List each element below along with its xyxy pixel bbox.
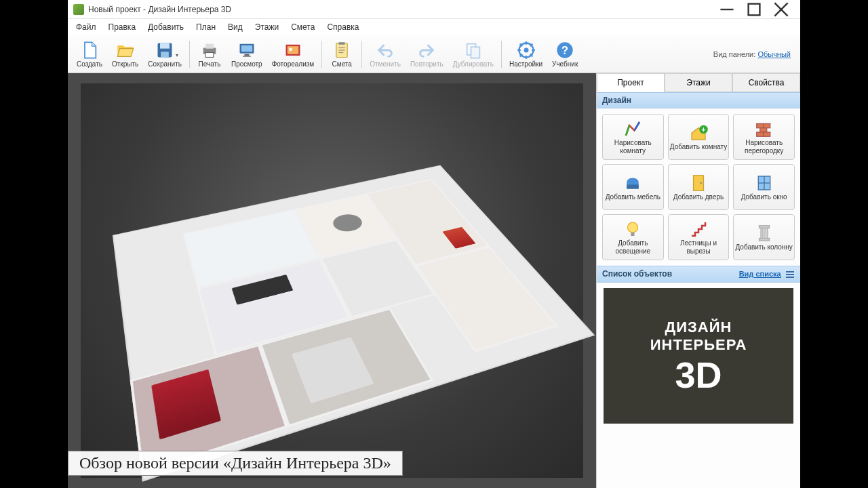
menu-help[interactable]: Справка: [321, 21, 364, 33]
preview-button[interactable]: Просмотр: [226, 39, 267, 70]
svg-point-16: [289, 47, 292, 51]
light-icon: [623, 219, 643, 239]
undo-label: Отменить: [370, 60, 401, 68]
draw-room-button[interactable]: Нарисовать комнату: [602, 114, 664, 160]
design-label: Добавить колонну: [735, 243, 792, 251]
svg-rect-42: [763, 132, 770, 136]
close-button[interactable]: [768, 1, 795, 18]
app-icon: [73, 4, 84, 15]
svg-rect-52: [759, 226, 769, 228]
svg-rect-15: [288, 46, 298, 54]
draw-wall-button[interactable]: Нарисовать перегородку: [733, 114, 795, 160]
svg-rect-5: [160, 43, 170, 48]
menu-estimate[interactable]: Смета: [285, 21, 320, 33]
add-room-button[interactable]: + Добавить комнату: [668, 114, 730, 160]
svg-rect-40: [760, 128, 766, 132]
stairs-button[interactable]: Лестницы и вырезы: [668, 214, 730, 260]
viewport-3d[interactable]: [68, 73, 597, 488]
object-list-title: Список объектов: [602, 269, 672, 279]
svg-point-49: [628, 222, 638, 232]
tutorial-button[interactable]: ? Учебник: [547, 39, 583, 70]
design-label: Добавить мебель: [606, 193, 660, 201]
menu-edit[interactable]: Правка: [103, 21, 142, 33]
duplicate-icon: [464, 41, 483, 60]
svg-rect-57: [786, 271, 794, 272]
add-light-button[interactable]: Добавить освещение: [602, 214, 664, 260]
maximize-button[interactable]: [741, 1, 768, 18]
wall-icon: [754, 119, 774, 139]
design-label: Добавить дверь: [673, 193, 724, 201]
panel-mode-label: Вид панели:: [713, 50, 755, 58]
draw-room-icon: [623, 119, 643, 139]
add-furniture-button[interactable]: Добавить мебель: [602, 164, 664, 210]
redo-button[interactable]: Повторить: [406, 39, 448, 70]
design-label: Добавить окно: [741, 193, 787, 201]
svg-rect-11: [241, 45, 252, 52]
tutorial-label: Учебник: [552, 60, 578, 68]
save-button[interactable]: ▾ Сохранить: [143, 39, 186, 70]
column-icon: [754, 223, 774, 243]
panel-mode-link[interactable]: Обычный: [757, 50, 791, 58]
add-column-button[interactable]: Добавить колонну: [733, 214, 795, 260]
svg-rect-12: [244, 54, 249, 55]
stairs-icon: [688, 219, 709, 239]
undo-icon: [376, 41, 395, 60]
duplicate-button[interactable]: Дублировать: [448, 39, 498, 70]
preview-label: Просмотр: [231, 60, 262, 68]
menu-view[interactable]: Вид: [222, 21, 248, 33]
tab-floors[interactable]: Этажи: [665, 73, 732, 92]
menu-file[interactable]: Файл: [71, 21, 102, 33]
svg-point-45: [700, 182, 702, 184]
print-button[interactable]: Печать: [193, 39, 226, 70]
separator: [361, 41, 362, 68]
add-door-button[interactable]: Добавить дверь: [668, 164, 730, 210]
minimize-button[interactable]: [713, 1, 741, 18]
open-label: Открыть: [112, 60, 138, 68]
side-panel: Проект Этажи Свойства Дизайн Нарисовать …: [597, 73, 800, 488]
save-label: Сохранить: [148, 60, 182, 68]
redo-label: Повторить: [410, 60, 443, 68]
new-file-icon: [80, 41, 99, 60]
svg-rect-59: [786, 277, 794, 278]
svg-rect-53: [759, 239, 769, 241]
menu-floors[interactable]: Этажи: [250, 21, 284, 33]
estimate-button[interactable]: Смета: [325, 39, 359, 70]
panel-mode-area: Вид панели: Обычный: [713, 50, 796, 58]
redo-icon: [417, 41, 436, 60]
svg-rect-43: [627, 185, 639, 189]
titlebar: Новый проект - Дизайн Интерьера 3D: [68, 0, 800, 19]
workspace: Проект Этажи Свойства Дизайн Нарисовать …: [68, 73, 800, 488]
open-button[interactable]: Открыть: [107, 39, 143, 70]
create-button[interactable]: Создать: [72, 39, 107, 70]
menu-plan[interactable]: План: [191, 21, 221, 33]
printer-icon: [200, 41, 219, 60]
photoreal-button[interactable]: Фотореализм: [267, 39, 319, 70]
settings-button[interactable]: Настройки: [505, 39, 547, 70]
chevron-down-icon: ▾: [176, 52, 178, 58]
add-room-icon: +: [688, 123, 709, 143]
monitor-icon: [237, 41, 256, 60]
close-icon: [768, 1, 795, 18]
separator: [501, 41, 502, 68]
side-tabs: Проект Этажи Свойства: [597, 73, 800, 92]
svg-rect-50: [631, 232, 635, 236]
design-label: Добавить комнату: [670, 143, 727, 151]
svg-rect-18: [339, 42, 345, 45]
save-icon: ▾: [155, 41, 174, 60]
object-list-header: Список объектов Вид списка: [597, 266, 800, 283]
undo-button[interactable]: Отменить: [365, 39, 406, 70]
design-label: Нарисовать перегородку: [735, 139, 793, 155]
gear-icon: [517, 41, 536, 60]
furniture-icon: [623, 173, 643, 193]
clipboard-icon: [332, 41, 351, 60]
add-window-button[interactable]: Добавить окно: [733, 164, 795, 210]
tab-project[interactable]: Проект: [597, 73, 665, 92]
app-window: Новый проект - Дизайн Интерьера 3D Файл …: [68, 0, 800, 488]
list-view-icon[interactable]: [785, 270, 795, 279]
list-view-link[interactable]: Вид списка: [739, 270, 781, 278]
menu-add[interactable]: Добавить: [142, 21, 189, 33]
promo-banner: ДИЗАЙН ИНТЕРЬЕРА 3D: [604, 288, 793, 424]
tab-properties[interactable]: Свойства: [732, 73, 800, 92]
folder-open-icon: [116, 41, 135, 60]
svg-rect-39: [763, 124, 770, 128]
